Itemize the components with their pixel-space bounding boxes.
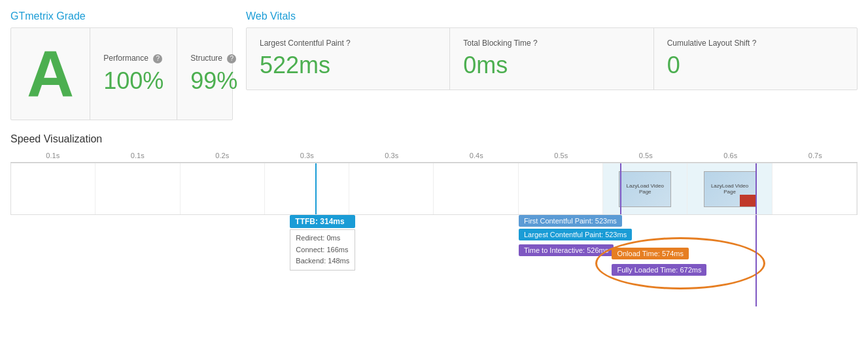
structure-metric: Structure ? 99% <box>177 28 251 120</box>
fullload-annotation: Fully Loaded Time: 672ms <box>612 264 706 276</box>
onload-group: Onload Time: 574ms Fully Loaded Time: 67… <box>612 248 706 276</box>
ttfb-annotation: TTFB: 314ms Redirect: 0ms Connect: 166ms… <box>290 215 355 271</box>
webvitals-section: Web Vitals Largest Contentful Paint ? 52… <box>246 10 858 120</box>
performance-help-icon[interactable]: ? <box>153 54 162 63</box>
performance-label: Performance ? <box>103 54 162 63</box>
structure-value: 99% <box>190 67 237 95</box>
fullload-vline <box>755 163 757 214</box>
performance-value: 100% <box>103 67 164 95</box>
tbt-vital: Total Blocking Time ? 0ms <box>450 28 653 90</box>
tick-5: 0.4s <box>434 152 519 159</box>
lcp-vital: Largest Contentful Paint ? 522ms <box>247 28 450 90</box>
speed-visualization-section: Speed Visualization 0.1s 0.1s 0.2s 0.3s … <box>10 133 858 306</box>
tick-2: 0.2s <box>180 152 265 159</box>
ttfb-backend: Backend: 148ms <box>296 255 349 267</box>
cls-help-icon[interactable]: ? <box>752 39 757 48</box>
screenshot-thumb-1: LazyLoad Video Page <box>619 171 671 207</box>
gtmetrix-grade-section: GTmetrix Grade A Performance ? 100% Stru… <box>10 10 233 120</box>
timeline-header: 0.1s 0.1s 0.2s 0.3s 0.3s 0.4s 0.5s 0.5s … <box>10 152 858 163</box>
cls-vital: Cumulative Layout Shift ? 0 <box>654 28 857 90</box>
tick-4: 0.3s <box>349 152 434 159</box>
lcp-annotation: Largest Contentful Paint: 523ms <box>519 229 632 240</box>
col-4 <box>349 163 434 214</box>
cls-value: 0 <box>667 52 844 79</box>
grade-box: A <box>11 28 90 120</box>
timeline-bars: LazyLoad Video Page LazyLoad Video Page <box>10 163 858 215</box>
tick-0: 0.1s <box>10 152 95 159</box>
gtmetrix-title: GTmetrix Grade <box>10 10 233 22</box>
annotations-area: TTFB: 314ms Redirect: 0ms Connect: 166ms… <box>10 215 858 306</box>
ttfb-connect: Connect: 166ms <box>296 244 349 256</box>
fullload-vline-extended <box>755 215 757 306</box>
screenshot-thumb-2: LazyLoad Video Page <box>704 171 756 207</box>
performance-metric: Performance ? 100% <box>90 28 177 120</box>
onload-annotation: Onload Time: 574ms <box>612 248 689 259</box>
speed-title: Speed Visualization <box>10 133 858 145</box>
tick-3: 0.3s <box>265 152 350 159</box>
cls-label: Cumulative Layout Shift ? <box>667 39 844 48</box>
gtmetrix-card: A Performance ? 100% Structure ? 99% <box>10 27 233 120</box>
tick-6: 0.5s <box>519 152 604 159</box>
fcp-vline <box>620 163 621 214</box>
tick-9: 0.7s <box>773 152 858 159</box>
grade-letter: A <box>27 41 74 107</box>
tick-1: 0.1s <box>95 152 181 159</box>
lcp-value: 522ms <box>260 52 436 79</box>
tbt-help-icon[interactable]: ? <box>533 39 538 48</box>
webvitals-title: Web Vitals <box>246 10 858 22</box>
col-7: LazyLoad Video Page <box>603 163 687 214</box>
timeline-wrapper: 0.1s 0.1s 0.2s 0.3s 0.3s 0.4s 0.5s 0.5s … <box>10 152 858 306</box>
fcp-annotation: First Contentful Paint: 523ms <box>519 215 622 227</box>
tti-annotation: Time to Interactive: 526ms <box>519 244 614 256</box>
tbt-value: 0ms <box>463 52 640 79</box>
lcp-help-icon[interactable]: ? <box>346 39 351 48</box>
col-1 <box>95 163 180 214</box>
lcp-label: Largest Contentful Paint ? <box>260 39 436 48</box>
tick-8: 0.6s <box>688 152 773 159</box>
tbt-label: Total Blocking Time ? <box>463 39 640 48</box>
structure-help-icon[interactable]: ? <box>227 54 236 63</box>
col-5 <box>434 163 518 214</box>
webvitals-card: Largest Contentful Paint ? 522ms Total B… <box>246 27 858 90</box>
col-2 <box>181 163 265 214</box>
metrics-box: Performance ? 100% Structure ? 99% <box>90 28 251 120</box>
screenshot-label-1: LazyLoad Video Page <box>619 182 670 196</box>
col-8: LazyLoad Video Page <box>687 163 772 214</box>
col-0 <box>11 163 95 214</box>
tick-7: 0.5s <box>604 152 689 159</box>
col-6 <box>519 163 603 214</box>
ttfb-details: Redirect: 0ms Connect: 166ms Backend: 14… <box>290 229 355 271</box>
col-3 <box>265 163 349 214</box>
ttfb-vline <box>315 163 317 214</box>
screenshot-image-area <box>740 195 755 206</box>
col-9 <box>773 163 857 214</box>
structure-label: Structure ? <box>190 54 236 63</box>
ttfb-label: TTFB: 314ms <box>290 215 355 228</box>
ttfb-redirect: Redirect: 0ms <box>296 233 349 244</box>
